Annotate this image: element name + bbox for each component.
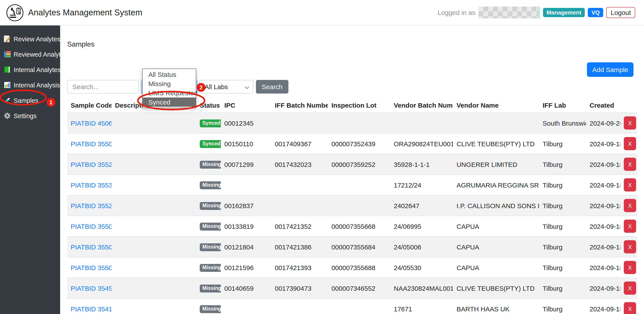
- logout-button[interactable]: Logout: [606, 7, 635, 18]
- delete-sample-button[interactable]: X: [624, 199, 636, 212]
- iff-batch-number-cell: 0017409367: [271, 133, 328, 154]
- status-dropdown-menu: All Status Missing LIMS Requested Synced: [142, 68, 196, 108]
- add-sample-button[interactable]: Add Sample: [587, 62, 634, 77]
- iff-batch-number-cell: [271, 298, 328, 314]
- ipc-cell: 00162837: [221, 195, 271, 216]
- sample-code-link[interactable]: PIATBID 35503: [67, 257, 112, 278]
- delete-sample-button[interactable]: X: [624, 220, 636, 233]
- table-row: PIATBID 35505 Missing 00121804 001742138…: [67, 236, 638, 257]
- iff-batch-number-cell: 0017421386: [271, 236, 328, 257]
- iff-lab-cell: Tilburg: [539, 257, 586, 278]
- column-header-iff-batch-number: IFF Batch Number: [271, 100, 328, 113]
- iff-lab-cell: Tilburg: [539, 133, 586, 154]
- labs-select[interactable]: All Labs: [199, 80, 253, 94]
- actions-cell: X: [620, 278, 638, 298]
- sample-code-link[interactable]: PIATBID 35504: [67, 216, 112, 236]
- logged-in-label: Logged in as: [438, 9, 476, 16]
- header-right: Logged in as Management VQ Logout: [438, 6, 635, 18]
- delete-sample-button[interactable]: X: [624, 302, 636, 314]
- inspection-lot-cell: [328, 298, 390, 314]
- sample-code-link[interactable]: PIATBID 35501: [67, 133, 112, 154]
- vendor-name-cell: CLIVE TEUBES(PTY) LTD: [453, 278, 539, 298]
- memo-icon: [4, 35, 11, 42]
- app-title: Analytes Management System: [28, 8, 142, 17]
- vendor-name-cell: CLIVE TEUBES(PTY) LTD: [453, 133, 539, 154]
- delete-sample-button[interactable]: X: [624, 178, 636, 192]
- table-row: PIATBID 35525 Missing 00071299 001743202…: [67, 154, 638, 174]
- status-cell: Missing: [196, 174, 221, 195]
- sample-code-link[interactable]: PIATBID 35453: [67, 278, 112, 298]
- table-row: PIATBID 35453 Missing 00140659 001739047…: [67, 278, 638, 298]
- column-header-vendor-batch-number: Vendor Batch Number: [390, 100, 453, 113]
- description-cell: [112, 174, 196, 195]
- bar-chart-icon: [4, 81, 11, 89]
- iff-lab-cell: Tilburg: [539, 174, 586, 195]
- status-badge: Missing: [200, 202, 221, 210]
- vendor-batch-number-cell: 2402647: [390, 195, 453, 216]
- table-row: PIATBID 35412 Missing 17671 BARTH HAAS U…: [67, 298, 638, 314]
- sample-code-link[interactable]: PIATBID 35528: [67, 195, 112, 216]
- actions-cell: X: [620, 133, 638, 154]
- sidebar-item-internal-analysis[interactable]: Internal Analysis: [0, 78, 60, 92]
- vq-badge: VQ: [588, 8, 604, 17]
- sidebar-item-internal-analytes[interactable]: Internal Analytes: [0, 62, 60, 77]
- ipc-cell: [221, 298, 271, 314]
- sidebar-item-settings[interactable]: Settings: [0, 108, 60, 123]
- vendor-batch-number-cell: 17671: [390, 298, 453, 314]
- status-option-lims-requested[interactable]: LIMS Requested: [143, 88, 196, 98]
- sidebar-item-review-analytes[interactable]: Review Analytes: [0, 32, 60, 46]
- vendor-name-cell: [453, 113, 539, 133]
- column-header-sample-code: Sample Code: [67, 100, 112, 113]
- table-row: PIATBID 35537 Missing 17212/24 AGRUMARIA…: [67, 174, 638, 195]
- status-option-synced[interactable]: Synced: [143, 98, 196, 107]
- actions-cell: X: [620, 257, 638, 278]
- created-cell: 2024-09-18: [586, 216, 620, 236]
- inspection-lot-cell: 000007355684: [328, 236, 390, 257]
- actions-cell: X: [620, 195, 638, 216]
- sample-code-link[interactable]: PIATBID 35525: [67, 154, 112, 174]
- description-cell: [112, 133, 196, 154]
- sample-code-link[interactable]: PIATBID 35505: [67, 236, 112, 257]
- sidebar-item-samples[interactable]: Samples: [0, 93, 60, 108]
- sample-code-link[interactable]: PIATBID 4506: [67, 113, 112, 133]
- status-cell: Synced: [196, 133, 221, 154]
- inspection-lot-cell: [328, 174, 390, 195]
- page-title: Samples: [67, 40, 94, 48]
- sidebar-item-reviewed-analytes[interactable]: Reviewed Analytes: [0, 47, 60, 62]
- sample-code-link[interactable]: PIATBID 35412: [67, 298, 112, 314]
- sample-code-link[interactable]: PIATBID 35537: [67, 174, 112, 195]
- inspection-lot-cell: [328, 113, 390, 133]
- status-cell: Missing: [196, 278, 221, 298]
- iff-batch-number-cell: 0017421352: [271, 216, 328, 236]
- management-badge: Management: [543, 8, 585, 17]
- delete-sample-button[interactable]: X: [624, 261, 636, 274]
- actions-cell: X: [620, 154, 638, 174]
- gear-icon: [4, 112, 11, 120]
- test-tube-icon: [4, 96, 11, 104]
- delete-sample-button[interactable]: X: [624, 158, 636, 171]
- created-cell: 2024-09-18: [586, 154, 620, 174]
- status-badge: Missing: [200, 306, 221, 313]
- search-input[interactable]: [67, 80, 139, 94]
- description-cell: [112, 216, 196, 236]
- delete-sample-button[interactable]: X: [624, 137, 636, 150]
- delete-sample-button[interactable]: X: [624, 240, 636, 254]
- green-book-icon: [4, 66, 11, 73]
- vendor-batch-number-cell: 17212/24: [390, 174, 453, 195]
- redacted-username: [478, 6, 540, 18]
- status-option-all-status[interactable]: All Status: [143, 70, 196, 79]
- description-cell: [112, 298, 196, 314]
- vendor-batch-number-cell: 24/06995: [390, 216, 453, 236]
- samples-table: Sample Code Description Status IPC IFF B…: [67, 100, 638, 314]
- actions-cell: X: [620, 298, 638, 314]
- app-logo-icon: [6, 4, 24, 21]
- delete-sample-button[interactable]: X: [624, 116, 636, 130]
- table-row: PIATBID 35501 Synced 00150110 0017409367…: [67, 133, 638, 154]
- status-cell: Synced: [196, 113, 221, 133]
- search-button[interactable]: Search: [256, 80, 288, 94]
- delete-sample-button[interactable]: X: [624, 282, 636, 295]
- iff-lab-cell: Tilburg: [539, 278, 586, 298]
- status-option-missing[interactable]: Missing: [143, 79, 196, 88]
- status-cell: Missing: [196, 154, 221, 174]
- status-badge: Missing: [200, 223, 221, 230]
